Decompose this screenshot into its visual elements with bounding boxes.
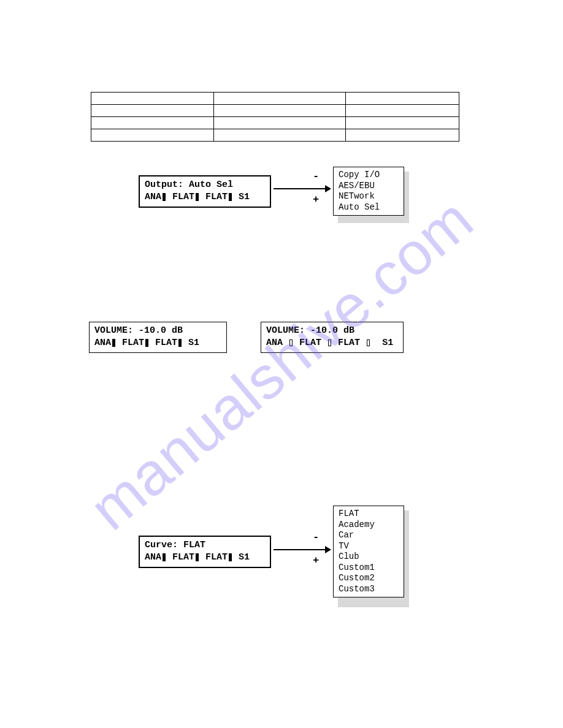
watermark-text: manualshive.com <box>77 184 486 544</box>
options-panel-curve: FLAT Academy Car TV Club Custom1 Custom2… <box>333 506 404 597</box>
option-item: Auto Sel <box>339 202 399 213</box>
option-item: Car <box>339 530 399 541</box>
volume-box-left: VOLUME: -10.0 dB ANA FLAT FLAT S1 <box>89 322 227 353</box>
plus-sign: + <box>313 555 319 566</box>
lcd-output: Output: Auto Sel ANA FLAT FLAT S1 <box>139 175 271 208</box>
volume-box-right: VOLUME: -10.0 dB ANA FLAT FLAT S1 <box>261 322 404 353</box>
svg-marker-3 <box>325 546 331 553</box>
option-item: AES/EBU <box>339 181 399 192</box>
empty-table <box>91 92 459 142</box>
option-item: Copy I/O <box>339 170 399 181</box>
option-item: TV <box>339 541 399 552</box>
lcd-output-line2: ANA FLAT FLAT S1 <box>145 191 265 203</box>
option-item: Custom2 <box>339 573 399 584</box>
volume-right-line1: VOLUME: -10.0 dB <box>266 325 398 337</box>
option-item: NETwork <box>339 191 399 202</box>
arrow-icon <box>274 183 332 194</box>
svg-marker-1 <box>325 185 331 192</box>
volume-left-line1: VOLUME: -10.0 dB <box>94 325 221 337</box>
arrow-icon <box>274 544 332 555</box>
lcd-curve: Curve: FLAT ANA FLAT FLAT S1 <box>139 536 271 568</box>
lcd-output-line1: Output: Auto Sel <box>145 179 265 191</box>
option-item: Club <box>339 552 399 563</box>
plus-sign: + <box>313 194 319 205</box>
option-item: Custom1 <box>339 563 399 574</box>
minus-sign: - <box>313 170 319 182</box>
lcd-curve-line2: ANA FLAT FLAT S1 <box>145 552 265 564</box>
volume-right-line2: ANA FLAT FLAT S1 <box>266 337 398 349</box>
volume-left-line2: ANA FLAT FLAT S1 <box>94 337 221 349</box>
option-item: Academy <box>339 520 399 531</box>
option-item: Custom3 <box>339 584 399 595</box>
minus-sign: - <box>313 531 319 543</box>
lcd-curve-line1: Curve: FLAT <box>145 539 265 552</box>
option-item: FLAT <box>339 509 399 520</box>
options-panel-output: Copy I/O AES/EBU NETwork Auto Sel <box>333 167 404 216</box>
